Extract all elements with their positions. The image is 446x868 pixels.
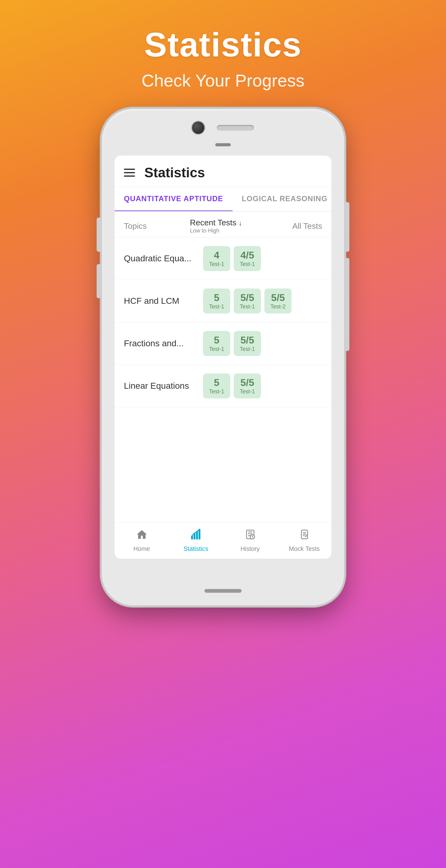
page-subtitle: Check Your Progress	[142, 70, 304, 91]
svg-rect-1	[191, 536, 193, 539]
sort-arrow-icon: ↓	[239, 219, 242, 227]
column-headers: Topics Recent Tests ↓ Low to High All Te…	[114, 212, 332, 238]
topics-list: Quadratic Equa... 4 Test-1 4/5 Test-1 HC…	[114, 238, 332, 522]
recent-score-badge: 4 Test-1	[203, 246, 230, 271]
recent-score-badge: 5 Test-1	[203, 331, 230, 356]
all-score-badge: 5/5 Test-1	[234, 374, 261, 398]
table-row: HCF and LCM 5 Test-1 5/5 Test-1 5/5 Test…	[114, 280, 332, 322]
table-row: Linear Equations 5 Test-1 5/5 Test-1	[114, 365, 332, 407]
nav-label-statistics: Statistics	[183, 545, 208, 552]
svg-marker-0	[137, 530, 147, 539]
home-indicator-top	[215, 143, 231, 146]
all-score-badge-2: 5/5 Test-2	[265, 289, 291, 313]
table-row: Quadratic Equa... 4 Test-1 4/5 Test-1	[114, 238, 332, 280]
svg-line-12	[252, 537, 253, 537]
col-topics-label: Topics	[124, 221, 190, 231]
nav-item-statistics[interactable]: Statistics	[169, 523, 223, 559]
score-badges: 5 Test-1 5/5 Test-1	[203, 374, 322, 398]
nav-item-mock-tests[interactable]: Mock Tests	[277, 523, 332, 559]
tab-logical[interactable]: LOGICAL REASONING	[233, 187, 332, 211]
speaker	[217, 125, 254, 130]
phone-screen: Statistics QUANTITATIVE APTITUDE LOGICAL…	[114, 156, 332, 559]
page-header: Statistics Check Your Progress	[142, 0, 304, 103]
nav-item-history[interactable]: History	[223, 523, 277, 559]
score-badges: 4 Test-1 4/5 Test-1	[203, 246, 322, 271]
recent-score-badge: 5 Test-1	[203, 374, 230, 398]
score-badges: 5 Test-1 5/5 Test-1 5/5 Test-2	[203, 289, 322, 313]
col-recent-label[interactable]: Recent Tests ↓ Low to High	[190, 218, 256, 234]
topic-name: Linear Equations	[124, 381, 203, 391]
svg-rect-3	[196, 531, 198, 539]
phone-shell: Statistics QUANTITATIVE APTITUDE LOGICAL…	[102, 109, 344, 605]
all-score-badge: 5/5 Test-1	[234, 331, 261, 356]
topic-name: Fractions and...	[124, 339, 203, 348]
svg-rect-4	[199, 529, 200, 539]
page-title: Statistics	[142, 25, 304, 64]
table-row: Fractions and... 5 Test-1 5/5 Test-1	[114, 322, 332, 365]
topic-name: Quadratic Equa...	[124, 254, 203, 264]
phone-top-bar	[102, 122, 344, 134]
nav-item-home[interactable]: Home	[114, 523, 169, 559]
camera	[192, 122, 204, 134]
bottom-nav: Home Statistics	[114, 522, 332, 559]
app-title: Statistics	[144, 165, 205, 180]
mock-tests-icon	[299, 529, 310, 543]
all-score-badge-1: 5/5 Test-1	[234, 289, 261, 313]
score-badges: 5 Test-1 5/5 Test-1	[203, 331, 322, 356]
app-header: Statistics	[114, 156, 332, 187]
topic-name: HCF and LCM	[124, 296, 203, 306]
nav-label-mock-tests: Mock Tests	[289, 545, 320, 552]
tab-quantitative[interactable]: QUANTITATIVE APTITUDE	[114, 187, 233, 212]
col-all-label: All Tests	[256, 221, 322, 231]
tabs-bar: QUANTITATIVE APTITUDE LOGICAL REASONING …	[114, 187, 332, 212]
home-icon	[136, 529, 147, 543]
recent-score-badge: 5 Test-1	[203, 289, 230, 313]
all-score-badge: 4/5 Test-1	[234, 246, 261, 271]
history-icon	[245, 529, 256, 543]
home-indicator-bottom	[204, 589, 242, 593]
nav-label-history: History	[240, 545, 260, 552]
nav-label-home: Home	[134, 545, 150, 552]
hamburger-menu[interactable]	[124, 168, 135, 177]
statistics-icon	[191, 529, 202, 543]
